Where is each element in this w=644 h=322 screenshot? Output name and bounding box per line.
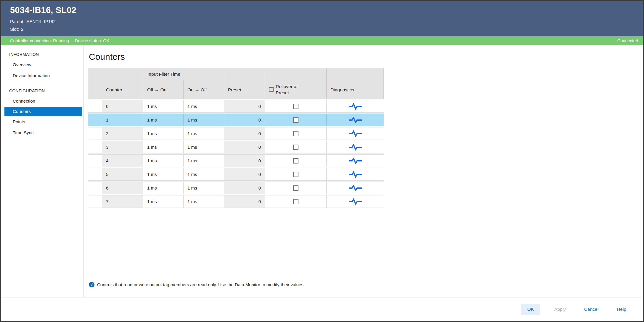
row-selector-cell[interactable] [88,168,102,180]
on-to-off-filter-cell[interactable]: 1 ms [184,182,224,194]
counter-number-cell: 5 [102,168,143,180]
counter-row[interactable]: 2 1 ms 1 ms 0 [88,127,384,140]
sidebar-section-information: INFORMATION Overview Device Information [1,49,83,81]
pulse-waveform-icon [349,117,362,123]
sidebar-item-device-information[interactable]: Device Information [4,70,82,81]
on-to-off-filter-cell[interactable]: 1 ms [184,195,224,208]
module-parent-line: Parent:AENTR_IP182 [10,18,634,25]
column-header-on-off: On → Off [184,68,224,99]
counter-row[interactable]: 1 1 ms 1 ms 0 [88,114,384,126]
row-selector-cell[interactable] [88,155,102,167]
diagnostics-cell[interactable] [327,114,384,126]
off-to-on-filter-cell[interactable]: 1 ms [143,155,184,167]
counters-table-rows: 0 1 ms 1 ms 0 1 1 ms 1 ms 0 2 1 ms 1 ms [88,99,384,209]
rollover-checkbox[interactable] [293,104,298,109]
sidebar-item-counters[interactable]: Counters [4,107,82,116]
counter-row[interactable]: 4 1 ms 1 ms 0 [88,154,384,167]
row-selector-cell[interactable] [88,127,102,140]
off-to-on-filter-cell[interactable]: 1 ms [143,141,184,153]
counter-row[interactable]: 0 1 ms 1 ms 0 [88,100,384,113]
slot-label: Slot: [10,27,19,32]
preset-value-cell: 0 [224,168,265,180]
rollover-checkbox[interactable] [293,158,298,164]
rollover-checkbox[interactable] [293,172,298,177]
counter-number-cell: 7 [102,195,143,208]
sidebar-item-connection[interactable]: Connection [4,96,82,106]
input-filter-time-group-header: Input Filter Time [147,72,180,77]
off-to-on-filter-cell[interactable]: 1 ms [143,114,184,126]
diagnostics-cell[interactable] [327,195,384,208]
diagnostics-cell[interactable] [327,141,384,153]
sidebar-item-overview[interactable]: Overview [4,59,82,70]
column-header-diagnostics: Diagnostics [327,68,384,99]
sidebar-item-label: Points [13,119,25,124]
rollover-checkbox[interactable] [293,185,298,191]
module-title: 5034-IB16, SL02 [10,5,634,15]
on-to-off-filter-cell[interactable]: 1 ms [184,100,224,112]
pulse-waveform-icon [349,144,362,151]
diagnostics-cell[interactable] [327,182,384,194]
sidebar-item-label: Device Information [13,73,50,78]
sidebar-item-time-sync[interactable]: Time Sync [4,127,82,138]
counter-number-cell: 3 [102,141,143,153]
page-title: Counters [89,52,643,62]
window-body: INFORMATION Overview Device Information … [1,45,643,297]
on-to-off-filter-cell[interactable]: 1 ms [184,141,224,153]
pulse-waveform-icon [349,198,362,205]
on-to-off-filter-cell[interactable]: 1 ms [184,114,224,126]
sidebar-item-label: Overview [13,62,31,67]
rollover-all-checkbox[interactable] [269,87,274,92]
on-to-off-filter-cell[interactable]: 1 ms [184,155,224,167]
on-to-off-filter-cell[interactable]: 1 ms [184,168,224,180]
cancel-button[interactable]: Cancel [580,304,603,315]
read-only-note-text: Controls that read or write output tag m… [97,282,305,287]
counter-row[interactable]: 5 1 ms 1 ms 0 [88,168,384,181]
rollover-header-label: Rollover at Preset [276,83,308,96]
off-to-on-filter-cell[interactable]: 1 ms [143,195,184,208]
diagnostics-cell[interactable] [327,100,384,112]
ok-button[interactable]: OK [521,304,540,315]
module-properties-window: 5034-IB16, SL02 Parent:AENTR_IP182 Slot:… [0,0,644,322]
sidebar-section-items: Overview Device Information [1,59,83,81]
preset-value-cell: 0 [224,182,265,194]
row-selector-cell[interactable] [88,114,102,126]
sidebar-item-points[interactable]: Points [4,116,82,127]
on-to-off-filter-cell[interactable]: 1 ms [184,127,224,140]
pulse-waveform-icon [349,130,362,137]
preset-value-cell: 0 [224,155,265,167]
sidebar-item-label: Connection [13,98,35,103]
column-header-counter: Counter [102,68,143,99]
off-to-on-filter-cell[interactable]: 1 ms [143,182,184,194]
diagnostics-cell[interactable] [327,127,384,140]
counter-row[interactable]: 6 1 ms 1 ms 0 [88,182,384,194]
diagnostics-cell[interactable] [327,155,384,167]
help-button[interactable]: Help [613,304,630,315]
row-selector-cell[interactable] [88,182,102,194]
rollover-checkbox[interactable] [293,117,298,123]
counter-row[interactable]: 3 1 ms 1 ms 0 [88,141,384,153]
sidebar-nav: INFORMATION Overview Device Information … [1,45,83,297]
device-status: Device status: OK [75,38,109,43]
off-to-on-filter-cell[interactable]: 1 ms [143,127,184,140]
pulse-waveform-icon [349,158,362,164]
row-selector-cell[interactable] [88,100,102,112]
apply-button: Apply [550,304,570,315]
pulse-waveform-icon [349,185,362,191]
counter-number-cell: 4 [102,155,143,167]
row-selector-cell[interactable] [88,141,102,153]
preset-value-cell: 0 [224,114,265,126]
column-header-rollover-at-preset: Rollover at Preset [265,68,327,99]
diagnostics-cell[interactable] [327,168,384,180]
rollover-checkbox[interactable] [293,131,298,136]
rollover-checkbox[interactable] [293,199,298,204]
counters-table: Counter Off → On On → Off Preset Rollove… [88,68,384,209]
off-to-on-filter-cell[interactable]: 1 ms [143,100,184,112]
rollover-checkbox[interactable] [293,145,298,150]
parent-value: AENTR_IP182 [26,19,55,24]
connection-status-bar: Controller connection: Running Device st… [1,36,643,45]
off-to-on-filter-cell[interactable]: 1 ms [143,168,184,180]
sidebar-section-configuration: CONFIGURATION Connection Counters Points… [1,86,83,138]
row-selector-cell[interactable] [88,195,102,208]
rollover-cell [265,195,327,208]
counter-row[interactable]: 7 1 ms 1 ms 0 [88,195,384,208]
